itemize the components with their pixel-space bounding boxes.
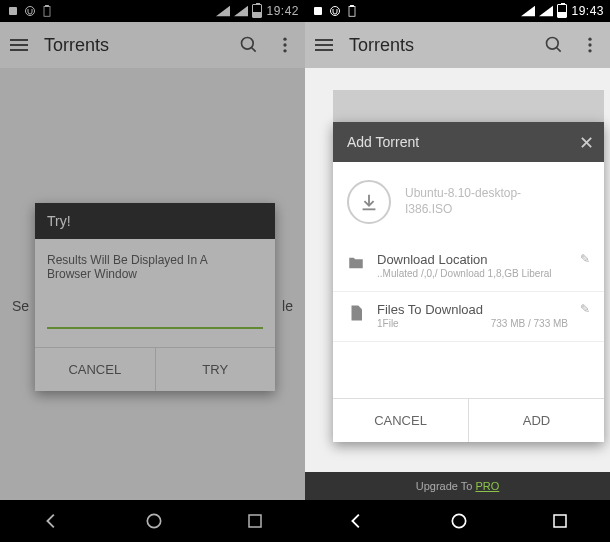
dialog-title: Add Torrent ✕ [333, 122, 604, 162]
section-title: Files To Download [377, 302, 568, 317]
notification-icon [6, 4, 20, 18]
home-button[interactable] [144, 511, 164, 531]
dialog-overlay: Add Torrent ✕ Ubuntu-8.10-desktop- I386.… [333, 90, 604, 442]
cancel-button[interactable]: CANCEL [333, 399, 469, 442]
recents-button[interactable] [246, 512, 264, 530]
edit-icon[interactable]: ✎ [580, 252, 590, 266]
status-bar: 19:43 [305, 0, 610, 22]
edit-icon[interactable]: ✎ [580, 302, 590, 316]
menu-button[interactable] [10, 39, 28, 51]
svg-point-20 [588, 49, 591, 52]
download-location-row[interactable]: Download Location ..Mulated /,0,/ Downlo… [333, 242, 604, 292]
recents-button[interactable] [551, 512, 569, 530]
add-torrent-dialog: Add Torrent ✕ Ubuntu-8.10-desktop- I386.… [333, 122, 604, 442]
battery-low-icon [40, 4, 54, 18]
navigation-bar [0, 500, 305, 542]
svg-point-10 [148, 514, 161, 527]
back-button[interactable] [346, 510, 368, 532]
app-bar: Torrents [0, 22, 305, 68]
dialog-text: Browser Window [47, 267, 263, 281]
svg-point-23 [453, 514, 466, 527]
section-subtitle: 1File 733 MB / 733 MB [377, 317, 568, 331]
navigation-bar [305, 500, 610, 542]
content-area: Se le Try! Results Will Be Displayed In … [0, 68, 305, 500]
phone-left: 19:42 Torrents Se le Try! Results Will B… [0, 0, 305, 542]
folder-icon [347, 254, 365, 272]
svg-rect-3 [46, 5, 49, 7]
app-bar: Torrents [305, 22, 610, 68]
svg-rect-0 [9, 7, 17, 15]
svg-point-16 [547, 38, 559, 50]
close-icon[interactable]: ✕ [579, 132, 594, 154]
add-button[interactable]: ADD [469, 399, 604, 442]
svg-point-18 [588, 38, 591, 41]
notification-icon [311, 4, 325, 18]
signal-icon [216, 4, 230, 18]
background-text: le [282, 298, 293, 314]
status-time: 19:43 [571, 4, 604, 18]
search-icon[interactable] [544, 35, 564, 55]
battery-low-icon [345, 4, 359, 18]
search-dialog: Try! Results Will Be Displayed In A Brow… [35, 203, 275, 391]
cancel-button[interactable]: CANCEL [35, 348, 156, 391]
torrent-info: Ubuntu-8.10-desktop- I386.ISO [333, 162, 604, 242]
svg-line-17 [557, 48, 561, 52]
search-icon[interactable] [239, 35, 259, 55]
svg-point-6 [283, 38, 286, 41]
svg-point-8 [283, 49, 286, 52]
battery-icon [557, 4, 567, 18]
svg-point-4 [242, 38, 254, 50]
dialog-actions: CANCEL ADD [333, 398, 604, 442]
menu-button[interactable] [315, 39, 333, 51]
battery-icon [252, 4, 262, 18]
files-row[interactable]: Files To Download 1File 733 MB / 733 MB … [333, 292, 604, 342]
search-input[interactable] [47, 299, 263, 329]
svg-rect-14 [349, 7, 355, 17]
svg-point-7 [283, 43, 286, 46]
torrent-name: Ubuntu-8.10-desktop- I386.ISO [405, 186, 521, 217]
phone-right: 19:43 Torrents Add Torrent ✕ [305, 0, 610, 542]
background-text: Se [12, 298, 29, 314]
section-subtitle: ..Mulated /,0,/ Download 1,8,GB Liberal [377, 267, 568, 281]
dialog-body: Results Will Be Displayed In A Browser W… [35, 239, 275, 347]
download-icon [347, 180, 391, 224]
dialog-text: Results Will Be Displayed In A [47, 253, 263, 267]
file-icon [347, 304, 365, 322]
status-time: 19:42 [266, 4, 299, 18]
svg-rect-11 [249, 515, 261, 527]
utorrent-icon [23, 4, 37, 18]
app-title: Torrents [349, 35, 528, 56]
svg-rect-24 [554, 515, 566, 527]
try-button[interactable]: TRY [156, 348, 276, 391]
home-button[interactable] [449, 511, 469, 531]
app-title: Torrents [44, 35, 223, 56]
pro-link[interactable]: PRO [475, 480, 499, 492]
svg-rect-12 [314, 7, 322, 15]
status-bar: 19:42 [0, 0, 305, 22]
more-icon[interactable] [580, 35, 600, 55]
upgrade-bar[interactable]: Upgrade To PRO [305, 472, 610, 500]
section-title: Download Location [377, 252, 568, 267]
signal-icon [521, 4, 535, 18]
signal-icon-2 [234, 4, 248, 18]
content-area: Add Torrent ✕ Ubuntu-8.10-desktop- I386.… [305, 68, 610, 500]
signal-icon-2 [539, 4, 553, 18]
svg-rect-15 [351, 5, 354, 7]
svg-line-5 [252, 48, 256, 52]
dialog-actions: CANCEL TRY [35, 347, 275, 391]
dialog-title: Try! [35, 203, 275, 239]
svg-point-19 [588, 43, 591, 46]
back-button[interactable] [41, 510, 63, 532]
svg-rect-2 [44, 7, 50, 17]
utorrent-icon [328, 4, 342, 18]
more-icon[interactable] [275, 35, 295, 55]
